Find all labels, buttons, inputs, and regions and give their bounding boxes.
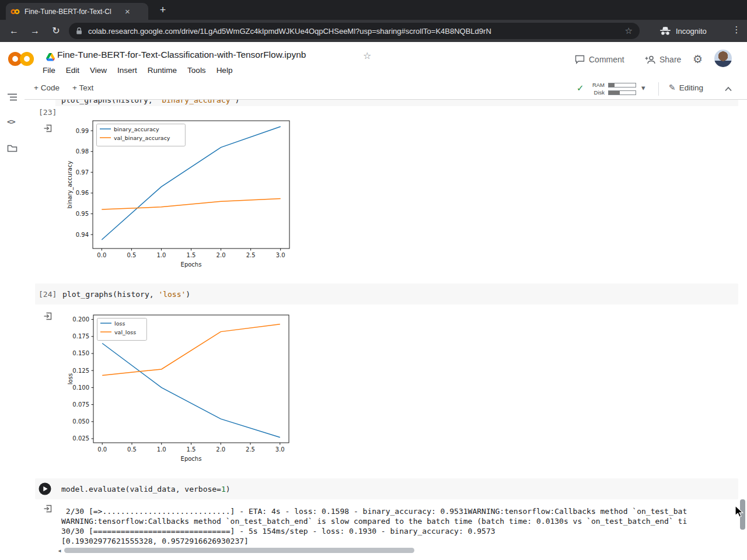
output-line: 30/30 [==============================] -…: [61, 526, 737, 536]
svg-text:0.5: 0.5: [127, 252, 136, 258]
svg-text:0.98: 0.98: [76, 148, 89, 155]
code-cell-evaluate[interactable]: model.evaluate(valid_data, verbose=1): [35, 478, 738, 499]
menu-help[interactable]: Help: [211, 63, 238, 78]
back-button[interactable]: ←: [7, 24, 21, 38]
svg-text:0.200: 0.200: [72, 316, 89, 323]
pencil-icon: ✎: [669, 83, 676, 92]
code-snippets-icon[interactable]: <>: [7, 117, 15, 126]
url-text: colab.research.google.com/drive/1LgAd5Wm…: [88, 27, 620, 36]
ram-label: RAM: [588, 82, 605, 88]
incognito-label: Incognito: [676, 27, 707, 36]
code-string: 'loss': [158, 290, 186, 299]
accuracy-chart: 0.00.51.01.52.02.53.00.940.950.960.970.9…: [65, 118, 294, 268]
svg-text:0.150: 0.150: [72, 350, 89, 356]
menu-tools[interactable]: Tools: [182, 63, 211, 78]
svg-text:3.0: 3.0: [275, 446, 285, 453]
code-post: ): [226, 485, 231, 494]
menu-view[interactable]: View: [85, 63, 112, 78]
svg-text:0.5: 0.5: [127, 446, 137, 453]
colab-header: Fine-Tune-BERT-for-Text-Classification-w…: [0, 42, 747, 78]
editing-mode-button[interactable]: ✎ Editing: [669, 83, 703, 92]
code-cell-accuracy-partial[interactable]: plot_graphs(history, 'binary_accuracy'): [55, 100, 738, 106]
add-text-button[interactable]: + Text: [72, 83, 93, 92]
share-label: Share: [659, 55, 681, 64]
disk-label: Disk: [588, 89, 605, 96]
star-notebook-icon[interactable]: ☆: [363, 50, 371, 61]
svg-text:2.0: 2.0: [216, 446, 225, 453]
avatar[interactable]: [714, 50, 732, 67]
settings-gear-icon[interactable]: ⚙: [693, 52, 703, 66]
svg-text:Epochs: Epochs: [181, 456, 202, 462]
comment-label: Comment: [589, 55, 624, 64]
share-button[interactable]: Share: [645, 55, 681, 64]
code-post: ): [235, 100, 239, 104]
output-line: [0.19302977621555328, 0.9572916626930237…: [61, 536, 737, 546]
add-code-button[interactable]: + Code: [34, 83, 60, 92]
notebook-content: plot_graphs(history, 'binary_accuracy') …: [25, 100, 739, 553]
ram-bar-fill: [609, 83, 615, 87]
comment-button[interactable]: Comment: [575, 55, 624, 64]
svg-text:2.5: 2.5: [246, 252, 256, 258]
address-bar[interactable]: colab.research.google.com/drive/1LgAd5Wm…: [69, 23, 640, 39]
svg-text:0.95: 0.95: [76, 211, 89, 217]
svg-text:0.025: 0.025: [72, 435, 89, 442]
code-text-loss: plot_graphs(history, 'loss'): [62, 290, 190, 299]
svg-text:0.050: 0.050: [72, 418, 89, 425]
browser-menu-icon[interactable]: ⋮: [731, 24, 742, 35]
incognito-icon: [659, 26, 671, 36]
disk-bar: [608, 90, 636, 95]
resource-monitor[interactable]: RAM Disk: [588, 81, 636, 96]
notebook-title[interactable]: Fine-Tune-BERT-for-Text-Classification-w…: [57, 50, 306, 60]
svg-text:0.96: 0.96: [76, 190, 89, 196]
svg-text:0.97: 0.97: [76, 169, 89, 176]
horizontal-scrollbar[interactable]: [64, 548, 414, 553]
browser-tab-strip: Fine-Tune-BERT-for-Text-Cl × +: [0, 0, 747, 20]
resources-caret-icon[interactable]: ▾: [641, 83, 645, 92]
editing-label: Editing: [679, 83, 703, 92]
output-icon[interactable]: [43, 504, 53, 513]
svg-text:0.175: 0.175: [72, 333, 89, 340]
svg-text:0.0: 0.0: [97, 252, 106, 258]
menu-file[interactable]: File: [37, 63, 61, 78]
collapse-chevron-icon[interactable]: [724, 86, 732, 92]
scroll-left-arrow-icon[interactable]: ◄: [57, 548, 62, 553]
refresh-button[interactable]: ↻: [49, 24, 63, 38]
browser-toolbar: ← → ↻ colab.research.google.com/drive/1L…: [0, 20, 747, 42]
svg-text:val_loss: val_loss: [114, 329, 136, 335]
svg-text:0.100: 0.100: [72, 384, 89, 391]
menu-edit[interactable]: Edit: [61, 63, 85, 78]
svg-text:Epochs: Epochs: [181, 261, 202, 268]
svg-text:0.075: 0.075: [72, 401, 89, 408]
colab-favicon-icon: [11, 8, 20, 15]
menu-runtime[interactable]: Runtime: [142, 63, 182, 78]
output-icon[interactable]: [43, 124, 53, 133]
output-icon[interactable]: [43, 312, 53, 321]
notebook-toolbar: + Code + Text ✓ RAM Disk ▾ ✎ Editing: [0, 78, 747, 100]
svg-text:3.0: 3.0: [276, 252, 285, 258]
code-pre: plot_graphs(history,: [62, 290, 158, 299]
incognito-badge: Incognito: [659, 24, 707, 38]
svg-text:0.125: 0.125: [72, 368, 89, 374]
browser-tab[interactable]: Fine-Tune-BERT-for-Text-Cl ×: [6, 3, 148, 20]
new-tab-button[interactable]: +: [155, 3, 170, 17]
output-line: 2/30 [=>............................] - …: [61, 506, 737, 516]
svg-text:1.5: 1.5: [187, 252, 196, 258]
svg-text:1.0: 1.0: [156, 252, 166, 258]
forward-button[interactable]: →: [28, 24, 42, 38]
svg-text:loss: loss: [114, 320, 125, 327]
close-tab-icon[interactable]: ×: [125, 7, 130, 16]
menu-insert[interactable]: Insert: [112, 63, 142, 78]
table-of-contents-icon[interactable]: [7, 93, 18, 102]
comment-icon: [575, 55, 585, 64]
code-cell-loss[interactable]: [24] plot_graphs(history, 'loss'): [35, 284, 738, 304]
browser-window: Fine-Tune-BERT-for-Text-Cl × + ← → ↻ col…: [0, 0, 747, 560]
svg-text:0.0: 0.0: [97, 446, 107, 453]
mouse-cursor: [735, 505, 744, 519]
code-string: 'binary_accuracy': [157, 100, 235, 104]
files-folder-icon[interactable]: [7, 144, 18, 153]
run-cell-button[interactable]: [39, 482, 51, 495]
tab-title: Fine-Tune-BERT-for-Text-Cl: [25, 8, 124, 16]
bookmark-star-icon[interactable]: ☆: [625, 26, 633, 36]
svg-text:1.5: 1.5: [187, 446, 196, 453]
svg-text:loss: loss: [67, 373, 74, 384]
